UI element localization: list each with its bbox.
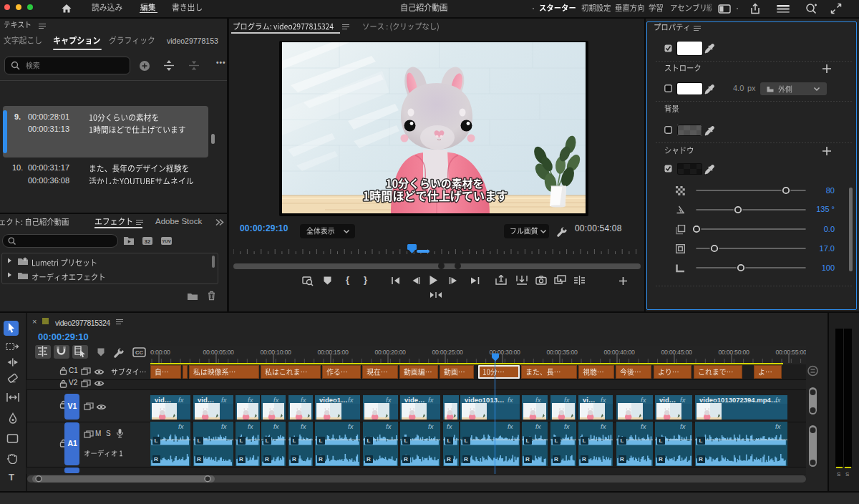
svg-text:YUV: YUV	[162, 239, 170, 243]
svg-text:32: 32	[145, 238, 150, 245]
svg-text:CC: CC	[135, 349, 143, 356]
